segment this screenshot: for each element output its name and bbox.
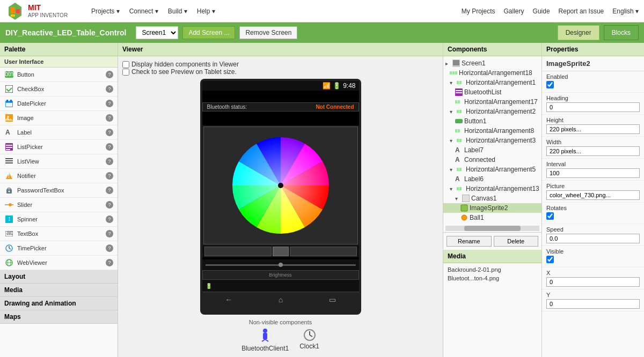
comp-horizarr17[interactable]: HorizontalArrangement17 bbox=[443, 97, 541, 107]
horizarr3-toggle[interactable]: ▾ bbox=[450, 138, 455, 143]
rename-button[interactable]: Rename bbox=[447, 236, 492, 247]
horizarr2-toggle[interactable]: ▾ bbox=[450, 109, 455, 114]
prop-picture-input[interactable] bbox=[546, 190, 640, 200]
button-help[interactable]: ? bbox=[106, 71, 113, 78]
prop-height-input[interactable] bbox=[546, 124, 640, 134]
palette-passwordtextbox[interactable]: PasswordTextBox ? bbox=[0, 183, 118, 198]
horizarr13-toggle[interactable]: ▾ bbox=[450, 186, 455, 191]
comp-label7[interactable]: A Label7 bbox=[443, 145, 541, 155]
palette-listview[interactable]: ListView ? bbox=[0, 154, 118, 169]
svg-point-27 bbox=[9, 203, 12, 206]
prop-width-input[interactable] bbox=[546, 146, 640, 156]
image-help[interactable]: ? bbox=[106, 114, 113, 122]
datepicker-help[interactable]: ? bbox=[106, 100, 113, 107]
prop-y-input[interactable] bbox=[546, 299, 640, 309]
palette-listpicker[interactable]: ListPicker ? bbox=[0, 140, 118, 154]
comp-button1[interactable]: Button1 bbox=[443, 116, 541, 126]
nav-my-projects[interactable]: My Projects bbox=[462, 8, 495, 15]
comp-horizarr18[interactable]: HorizontalArrangement18 bbox=[443, 68, 541, 78]
nav-connect[interactable]: Connect ▾ bbox=[129, 8, 158, 15]
maps-category[interactable]: Maps bbox=[0, 310, 118, 324]
recents-button[interactable]: ▭ bbox=[329, 295, 336, 304]
screen-select[interactable]: Screen1 bbox=[136, 26, 178, 39]
comp-screen1[interactable]: ▸ Screen1 bbox=[443, 58, 541, 68]
designer-button[interactable]: Designer bbox=[558, 25, 599, 40]
prop-heading-input[interactable] bbox=[546, 102, 640, 112]
comp-canvas1[interactable]: ▾ Canvas1 bbox=[443, 194, 541, 203]
comp-connected[interactable]: A Connected bbox=[443, 155, 541, 165]
media-item-1[interactable]: Backround-2-01.png bbox=[443, 265, 541, 274]
palette-label[interactable]: A Label ? bbox=[0, 125, 118, 140]
hidden-components-checkbox[interactable] bbox=[122, 61, 129, 68]
layout-category[interactable]: Layout bbox=[0, 270, 118, 284]
palette-timepicker[interactable]: TimePicker ? bbox=[0, 241, 118, 256]
spinner-help[interactable]: ? bbox=[106, 215, 113, 223]
comp-horizarr3[interactable]: ▾ HorizontalArrangement3 bbox=[443, 136, 541, 145]
phone-ctrl-btn-2[interactable] bbox=[290, 247, 357, 256]
comp-horizarr1[interactable]: ▾ HorizontalArrangement1 bbox=[443, 78, 541, 87]
palette-webviewer[interactable]: WebViewer ? bbox=[0, 256, 118, 270]
palette-textbox[interactable]: abc TextBox ? bbox=[0, 227, 118, 241]
blocks-button[interactable]: Blocks bbox=[604, 25, 639, 40]
phone-ctrl-btn-1[interactable] bbox=[204, 247, 272, 256]
phone-ctrl-mid[interactable] bbox=[273, 247, 289, 256]
color-wheel-container[interactable] bbox=[203, 127, 358, 244]
components-scrollbar[interactable] bbox=[445, 226, 539, 231]
nav-help[interactable]: Help ▾ bbox=[197, 8, 215, 15]
prop-enabled-checkbox[interactable] bbox=[546, 81, 554, 88]
nav-language[interactable]: English ▾ bbox=[612, 8, 639, 15]
add-screen-button[interactable]: Add Screen ... bbox=[182, 26, 235, 39]
comp-horizarr2[interactable]: ▾ HorizontalArrangement2 bbox=[443, 107, 541, 116]
nav-build[interactable]: Build ▾ bbox=[168, 8, 187, 15]
passwordtextbox-help[interactable]: ? bbox=[106, 187, 113, 194]
remove-screen-button[interactable]: Remove Screen bbox=[239, 26, 297, 39]
horizarr5-toggle[interactable]: ▾ bbox=[450, 167, 455, 172]
listview-help[interactable]: ? bbox=[106, 158, 113, 165]
back-button[interactable]: ← bbox=[225, 295, 232, 304]
label-help[interactable]: ? bbox=[106, 129, 113, 136]
textbox-help[interactable]: ? bbox=[106, 230, 113, 237]
button-icon: btn bbox=[4, 70, 14, 79]
tablet-preview-checkbox[interactable] bbox=[122, 69, 129, 76]
comp-ball1[interactable]: Ball1 bbox=[443, 213, 541, 222]
phone-screen[interactable]: Bluetooth status: Not Connected bbox=[202, 91, 359, 307]
media-category[interactable]: Media bbox=[0, 284, 118, 297]
checkbox-help[interactable]: ? bbox=[106, 85, 113, 93]
webviewer-help[interactable]: ? bbox=[106, 259, 113, 266]
screen1-toggle[interactable]: ▸ bbox=[445, 61, 451, 66]
palette-notifier[interactable]: ! Notifier ? bbox=[0, 169, 118, 183]
comp-imagesprite2[interactable]: ImageSprite2 bbox=[443, 203, 541, 213]
nav-report-issue[interactable]: Report an Issue bbox=[559, 8, 604, 15]
prop-speed-input[interactable] bbox=[546, 234, 640, 243]
nav-projects[interactable]: Projects ▾ bbox=[91, 8, 120, 15]
home-button[interactable]: ⌂ bbox=[279, 295, 283, 304]
notifier-help[interactable]: ? bbox=[106, 172, 113, 180]
horizarr1-toggle[interactable]: ▾ bbox=[450, 80, 455, 85]
media-item-2[interactable]: Bluetoot...ton-4.png bbox=[443, 274, 541, 282]
nav-gallery[interactable]: Gallery bbox=[504, 8, 524, 15]
comp-bluetoothlist[interactable]: BluetoothList bbox=[443, 87, 541, 97]
palette-spinner[interactable]: ↕ Spinner ? bbox=[0, 212, 118, 227]
timepicker-help[interactable]: ? bbox=[106, 244, 113, 252]
palette-image[interactable]: Image ? bbox=[0, 111, 118, 125]
prop-x-input[interactable] bbox=[546, 277, 640, 287]
nav-guide[interactable]: Guide bbox=[533, 8, 550, 15]
comp-horizarr5[interactable]: ▾ HorizontalArrangement5 bbox=[443, 165, 541, 174]
comp-label6[interactable]: A Label6 bbox=[443, 174, 541, 184]
listpicker-help[interactable]: ? bbox=[106, 143, 113, 151]
slider-help[interactable]: ? bbox=[106, 201, 113, 209]
comp-horizarr8[interactable]: HorizontalArrangement8 bbox=[443, 126, 541, 136]
phone-nav-row[interactable]: ← ⌂ ▭ bbox=[202, 292, 359, 307]
delete-button[interactable]: Delete bbox=[494, 236, 539, 247]
palette-slider[interactable]: Slider ? bbox=[0, 198, 118, 212]
comp-horizarr13[interactable]: ▾ HorizontalArrangement13 bbox=[443, 184, 541, 194]
palette-checkbox[interactable]: CheckBox ? bbox=[0, 82, 118, 96]
canvas1-toggle[interactable]: ▾ bbox=[455, 196, 460, 201]
palette-datepicker[interactable]: DatePicker ? bbox=[0, 96, 118, 111]
prop-interval-input[interactable] bbox=[546, 168, 640, 178]
viewer-title: Viewer bbox=[118, 43, 443, 56]
palette-button[interactable]: btn Button ? bbox=[0, 68, 118, 82]
prop-rotates-checkbox[interactable] bbox=[546, 212, 554, 220]
prop-visible-checkbox[interactable] bbox=[546, 256, 554, 263]
drawing-animation-category[interactable]: Drawing and Animation bbox=[0, 297, 118, 310]
